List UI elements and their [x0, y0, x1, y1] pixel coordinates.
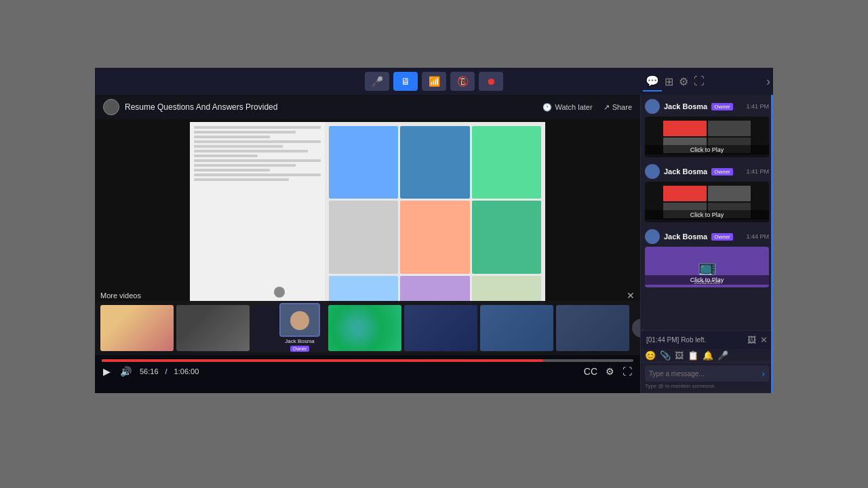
chat-message-3: Jack Bosma Owner 1:44 PM 📺 Click to Play… [645, 229, 769, 287]
clipboard-button[interactable]: 📋 [688, 350, 698, 361]
hangup-button[interactable]: 📵 [450, 72, 475, 91]
chat-username-2: Jack Bosma [664, 167, 707, 176]
status-icons: 🖼 ✕ [747, 335, 768, 345]
video-actions: 🕐 Watch later ↗ Share [542, 103, 632, 112]
chat-timestamp-3: 1:44 PM [746, 233, 769, 240]
fullscreen-sidebar-button[interactable]: ⛶ [691, 73, 707, 90]
grid-tab-button[interactable]: ⊞ [662, 73, 676, 91]
participant-card: Jack Bosma Owner [276, 292, 323, 352]
participant-name: Jack Bosma [285, 338, 315, 344]
close-status-icon[interactable]: ✕ [760, 335, 768, 345]
status-text: [01:44 PM] Rob left. [646, 336, 706, 344]
image-status-icon[interactable]: 🖼 [747, 335, 756, 345]
chat-tab-button[interactable]: 💬 [643, 72, 662, 92]
right-sidebar: 💬 ⊞ ⚙ ⛶ › Jack Bosma Owner 1:41 PM [640, 95, 773, 393]
video-header: Resume Questions And Answers Provided 🕐 … [95, 95, 640, 119]
message-input-row: › [645, 365, 769, 382]
avatar-small-icon [274, 287, 285, 298]
video-title-row: Resume Questions And Answers Provided [103, 99, 277, 115]
twitch-logo-icon: 📺 [698, 258, 716, 276]
expand-sidebar-button[interactable]: › [766, 75, 770, 89]
chat-msg-header-1: Jack Bosma Owner 1:41 PM [645, 99, 769, 114]
participant-owner-badge: Owner [290, 346, 310, 352]
more-videos-close-button[interactable]: ✕ [627, 290, 635, 301]
more-videos-next-button[interactable]: › [632, 319, 640, 338]
participant-avatar [279, 303, 320, 337]
total-time: 1:06:00 [174, 367, 199, 375]
time-divider: / [165, 367, 167, 375]
input-hint: Type @ to mention someone. [645, 382, 769, 390]
chat-messages: Jack Bosma Owner 1:41 PM Click to Play [641, 95, 773, 330]
chat-timestamp-2: 1:41 PM [746, 168, 769, 175]
chat-message-1: Jack Bosma Owner 1:41 PM Click to Play [645, 99, 769, 157]
chat-avatar-3 [645, 229, 660, 244]
current-time: 56:16 [140, 367, 159, 375]
main-area: Resume Questions And Answers Provided 🕐 … [95, 95, 640, 393]
avatar-head [290, 311, 309, 330]
share-icon: ↗ [604, 103, 610, 112]
sidebar-blue-bar [771, 95, 773, 393]
video-content: Resume Questions And Answers Provided 🕐 … [95, 95, 640, 393]
chat-msg-header-2: Jack Bosma Owner 1:41 PM [645, 164, 769, 179]
more-videos-label: More videos [100, 289, 141, 301]
message-input-area: › Type @ to mention someone. [641, 362, 773, 393]
thumb-cell-6 [708, 186, 751, 201]
click-to-play-2: Click to Play [645, 210, 769, 220]
thumb-cell-5 [663, 186, 706, 201]
record-button[interactable]: ⏺ [479, 72, 503, 91]
fullscreen-button[interactable]: ⛶ [621, 365, 633, 378]
mic-input-button[interactable]: 🎤 [717, 350, 728, 361]
participant-avatar-icon-area [279, 292, 320, 302]
controls-row: ▶ 🔊 56:16 / 1:06:00 CC ⚙ ⛶ [102, 365, 633, 378]
play-button[interactable]: ▶ [102, 365, 112, 378]
chat-msg-header-3: Jack Bosma Owner 1:44 PM [645, 229, 769, 244]
chat-video-thumb-1[interactable]: Click to Play [645, 117, 769, 157]
attach-button[interactable]: 📎 [660, 350, 671, 361]
settings-video-button[interactable]: ⚙ [604, 365, 616, 378]
twitch-thumb[interactable]: 📺 Click to Play 1658291589 [645, 247, 769, 287]
progress-bar[interactable] [102, 359, 633, 362]
volume-button[interactable]: 🔊 [119, 365, 133, 378]
chat-username-1: Jack Bosma [664, 102, 707, 110]
input-icons: 😊 📎 🖼 📋 🔔 🎤 [641, 349, 773, 362]
chat-avatar-2 [645, 164, 660, 179]
video-controls: ▶ 🔊 56:16 / 1:06:00 CC ⚙ ⛶ [95, 355, 640, 393]
chat-badge-3: Owner [711, 233, 733, 241]
click-to-play-1: Click to Play [645, 145, 769, 155]
settings-tab-button[interactable]: ⚙ [676, 73, 691, 91]
channel-avatar [103, 99, 119, 115]
ctrl-right: CC ⚙ ⛶ [583, 365, 633, 378]
share-button[interactable]: ↗ Share [604, 103, 632, 112]
screen-share-button[interactable]: 🖥 [393, 72, 418, 91]
thumb-cell-2 [708, 121, 751, 136]
progress-fill [102, 359, 543, 362]
more-video-thumb-7[interactable] [556, 305, 629, 351]
app-window: 🎤 🖥 📶 📵 ⏺ Resume Questions And Answers P… [95, 95, 773, 393]
chat-badge-1: Owner [711, 103, 733, 110]
chat-message-2: Jack Bosma Owner 1:41 PM Click to Play [645, 164, 769, 222]
chat-video-thumb-2[interactable]: Click to Play [645, 182, 769, 222]
status-bar: [01:44 PM] Rob left. 🖼 ✕ [641, 330, 773, 349]
subtitles-button[interactable]: CC [583, 365, 599, 378]
watch-later-button[interactable]: 🕐 Watch later [542, 103, 592, 112]
thumb-cell-1 [663, 121, 706, 136]
chat-badge-2: Owner [711, 168, 733, 176]
sidebar-top-icons: 💬 ⊞ ⚙ ⛶ › [640, 68, 773, 95]
send-button[interactable]: › [762, 368, 765, 379]
message-input[interactable] [649, 370, 762, 378]
bell-button[interactable]: 🔔 [703, 350, 713, 361]
emoji-button[interactable]: 😊 [645, 350, 656, 361]
mic-button[interactable]: 🎤 [365, 72, 389, 91]
chat-username-3: Jack Bosma [664, 232, 707, 241]
signal-button[interactable]: 📶 [422, 72, 446, 91]
clock-icon: 🕐 [542, 103, 552, 112]
participant-area: Jack Bosma Owner [95, 291, 505, 352]
chat-avatar-1 [645, 99, 660, 114]
twitch-id: 1658291589 [694, 280, 720, 285]
chat-timestamp-1: 1:41 PM [746, 103, 769, 110]
image-button[interactable]: 🖼 [675, 350, 684, 361]
video-title: Resume Questions And Answers Provided [125, 102, 277, 112]
